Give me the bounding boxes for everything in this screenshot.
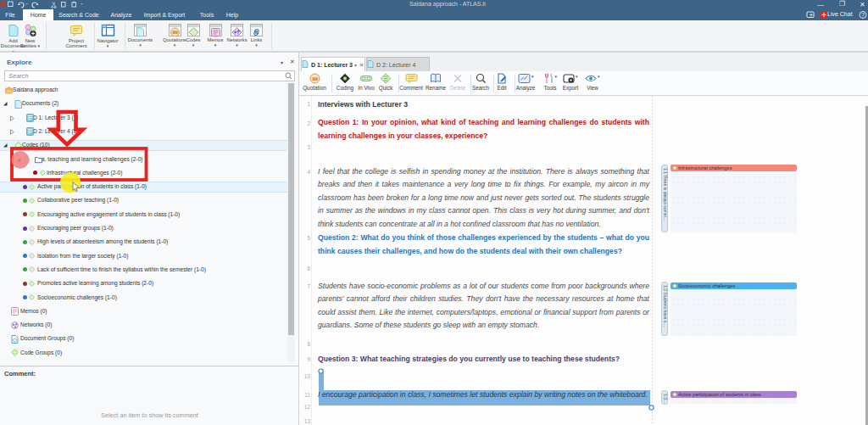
svg-text:▾: ▾ (531, 74, 534, 79)
svg-text:99: 99 (312, 76, 318, 81)
svg-text:▾: ▾ (576, 74, 578, 79)
svg-text:▾: ▾ (598, 74, 600, 79)
svg-text:▾: ▾ (554, 74, 557, 79)
svg-text:99: 99 (172, 30, 178, 35)
